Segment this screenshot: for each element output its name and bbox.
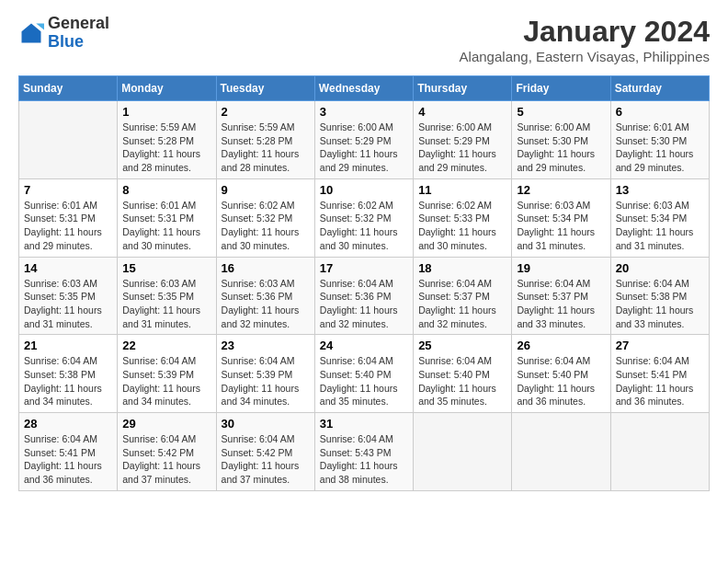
calendar-header-row: SundayMondayTuesdayWednesdayThursdayFrid… — [19, 76, 710, 101]
day-number: 15 — [122, 261, 210, 275]
day-number: 9 — [222, 183, 310, 197]
calendar-cell — [512, 413, 610, 491]
calendar-cell: 26Sunrise: 6:04 AM Sunset: 5:40 PM Dayli… — [512, 335, 610, 413]
day-info: Sunrise: 6:03 AM Sunset: 5:36 PM Dayligh… — [222, 277, 310, 331]
day-info: Sunrise: 6:03 AM Sunset: 5:34 PM Dayligh… — [616, 199, 704, 253]
day-info: Sunrise: 6:02 AM Sunset: 5:33 PM Dayligh… — [418, 199, 506, 253]
header-sunday: Sunday — [19, 76, 118, 101]
logo-text: General Blue — [48, 15, 109, 52]
day-number: 30 — [222, 417, 310, 431]
calendar-cell: 24Sunrise: 6:04 AM Sunset: 5:40 PM Dayli… — [314, 335, 413, 413]
day-info: Sunrise: 6:04 AM Sunset: 5:38 PM Dayligh… — [24, 354, 112, 408]
calendar-cell: 29Sunrise: 6:04 AM Sunset: 5:42 PM Dayli… — [118, 413, 216, 491]
day-number: 22 — [122, 339, 210, 352]
day-info: Sunrise: 6:04 AM Sunset: 5:39 PM Dayligh… — [222, 354, 310, 408]
day-number: 19 — [517, 261, 605, 275]
day-number: 31 — [320, 417, 408, 431]
day-number: 28 — [24, 417, 112, 431]
day-number: 20 — [616, 261, 704, 275]
day-number: 12 — [517, 183, 605, 197]
calendar-cell: 5Sunrise: 6:00 AM Sunset: 5:30 PM Daylig… — [512, 101, 610, 179]
day-info: Sunrise: 6:02 AM Sunset: 5:32 PM Dayligh… — [222, 199, 310, 253]
day-info: Sunrise: 6:01 AM Sunset: 5:30 PM Dayligh… — [616, 121, 704, 175]
day-info: Sunrise: 6:04 AM Sunset: 5:38 PM Dayligh… — [616, 277, 704, 331]
day-number: 4 — [418, 105, 506, 119]
day-number: 23 — [222, 339, 310, 352]
calendar-cell: 15Sunrise: 6:03 AM Sunset: 5:35 PM Dayli… — [118, 257, 216, 335]
day-number: 29 — [122, 417, 210, 431]
header-thursday: Thursday — [414, 76, 512, 101]
week-row-4: 21Sunrise: 6:04 AM Sunset: 5:38 PM Dayli… — [19, 335, 710, 413]
calendar-cell: 13Sunrise: 6:03 AM Sunset: 5:34 PM Dayli… — [610, 178, 709, 257]
calendar-cell: 27Sunrise: 6:04 AM Sunset: 5:41 PM Dayli… — [610, 335, 709, 413]
day-info: Sunrise: 6:01 AM Sunset: 5:31 PM Dayligh… — [24, 199, 112, 253]
day-number: 27 — [616, 339, 704, 352]
day-info: Sunrise: 6:04 AM Sunset: 5:42 PM Dayligh… — [222, 432, 310, 487]
calendar-cell: 19Sunrise: 6:04 AM Sunset: 5:37 PM Dayli… — [512, 257, 610, 335]
day-number: 14 — [24, 261, 112, 275]
day-number: 11 — [418, 183, 506, 197]
logo-icon — [18, 20, 44, 46]
calendar-cell: 23Sunrise: 6:04 AM Sunset: 5:39 PM Dayli… — [216, 335, 314, 413]
day-info: Sunrise: 6:04 AM Sunset: 5:37 PM Dayligh… — [418, 277, 506, 331]
day-info: Sunrise: 6:00 AM Sunset: 5:29 PM Dayligh… — [320, 121, 408, 175]
day-number: 25 — [418, 339, 506, 352]
calendar-cell: 8Sunrise: 6:01 AM Sunset: 5:31 PM Daylig… — [118, 178, 216, 257]
calendar-cell: 17Sunrise: 6:04 AM Sunset: 5:36 PM Dayli… — [314, 257, 413, 335]
calendar-cell — [414, 413, 512, 491]
calendar-cell: 2Sunrise: 5:59 AM Sunset: 5:28 PM Daylig… — [216, 101, 314, 179]
day-info: Sunrise: 6:03 AM Sunset: 5:35 PM Dayligh… — [24, 277, 112, 331]
day-info: Sunrise: 6:00 AM Sunset: 5:29 PM Dayligh… — [418, 121, 506, 175]
calendar-cell: 7Sunrise: 6:01 AM Sunset: 5:31 PM Daylig… — [19, 178, 118, 257]
calendar-cell: 21Sunrise: 6:04 AM Sunset: 5:38 PM Dayli… — [19, 335, 118, 413]
day-info: Sunrise: 6:04 AM Sunset: 5:43 PM Dayligh… — [320, 432, 408, 487]
day-number: 3 — [320, 105, 408, 119]
calendar-cell: 4Sunrise: 6:00 AM Sunset: 5:29 PM Daylig… — [414, 101, 512, 179]
location-title: Alangalang, Eastern Visayas, Philippines — [460, 49, 710, 64]
day-number: 26 — [517, 339, 605, 352]
logo: General Blue — [18, 15, 109, 52]
header-monday: Monday — [118, 76, 216, 101]
day-number: 7 — [24, 183, 112, 197]
calendar-cell: 9Sunrise: 6:02 AM Sunset: 5:32 PM Daylig… — [216, 178, 314, 257]
week-row-2: 7Sunrise: 6:01 AM Sunset: 5:31 PM Daylig… — [19, 178, 710, 257]
week-row-5: 28Sunrise: 6:04 AM Sunset: 5:41 PM Dayli… — [19, 413, 710, 491]
day-info: Sunrise: 6:00 AM Sunset: 5:30 PM Dayligh… — [517, 121, 605, 175]
calendar-cell: 6Sunrise: 6:01 AM Sunset: 5:30 PM Daylig… — [610, 101, 709, 179]
day-number: 18 — [418, 261, 506, 275]
calendar-cell: 28Sunrise: 6:04 AM Sunset: 5:41 PM Dayli… — [19, 413, 118, 491]
header-wednesday: Wednesday — [314, 76, 413, 101]
day-number: 13 — [616, 183, 704, 197]
day-info: Sunrise: 6:02 AM Sunset: 5:32 PM Dayligh… — [320, 199, 408, 253]
calendar-cell: 30Sunrise: 6:04 AM Sunset: 5:42 PM Dayli… — [216, 413, 314, 491]
header-saturday: Saturday — [610, 76, 709, 101]
header-tuesday: Tuesday — [216, 76, 314, 101]
day-number: 21 — [24, 339, 112, 352]
calendar-cell: 20Sunrise: 6:04 AM Sunset: 5:38 PM Dayli… — [610, 257, 709, 335]
day-info: Sunrise: 6:01 AM Sunset: 5:31 PM Dayligh… — [122, 199, 210, 253]
calendar-cell: 25Sunrise: 6:04 AM Sunset: 5:40 PM Dayli… — [414, 335, 512, 413]
day-number: 5 — [517, 105, 605, 119]
calendar-cell — [19, 101, 118, 179]
day-number: 24 — [320, 339, 408, 352]
day-number: 17 — [320, 261, 408, 275]
header-friday: Friday — [512, 76, 610, 101]
week-row-3: 14Sunrise: 6:03 AM Sunset: 5:35 PM Dayli… — [19, 257, 710, 335]
calendar-cell: 18Sunrise: 6:04 AM Sunset: 5:37 PM Dayli… — [414, 257, 512, 335]
calendar-cell: 11Sunrise: 6:02 AM Sunset: 5:33 PM Dayli… — [414, 178, 512, 257]
calendar-cell: 10Sunrise: 6:02 AM Sunset: 5:32 PM Dayli… — [314, 178, 413, 257]
week-row-1: 1Sunrise: 5:59 AM Sunset: 5:28 PM Daylig… — [19, 101, 710, 179]
day-info: Sunrise: 6:04 AM Sunset: 5:40 PM Dayligh… — [320, 354, 408, 408]
day-info: Sunrise: 6:04 AM Sunset: 5:36 PM Dayligh… — [320, 277, 408, 331]
month-title: January 2024 — [460, 15, 710, 49]
calendar-cell: 12Sunrise: 6:03 AM Sunset: 5:34 PM Dayli… — [512, 178, 610, 257]
calendar-cell: 22Sunrise: 6:04 AM Sunset: 5:39 PM Dayli… — [118, 335, 216, 413]
calendar-cell: 1Sunrise: 5:59 AM Sunset: 5:28 PM Daylig… — [118, 101, 216, 179]
day-info: Sunrise: 6:03 AM Sunset: 5:34 PM Dayligh… — [517, 199, 605, 253]
day-number: 1 — [122, 105, 210, 119]
day-info: Sunrise: 6:04 AM Sunset: 5:40 PM Dayligh… — [517, 354, 605, 408]
calendar-cell: 16Sunrise: 6:03 AM Sunset: 5:36 PM Dayli… — [216, 257, 314, 335]
day-number: 8 — [122, 183, 210, 197]
calendar-cell: 31Sunrise: 6:04 AM Sunset: 5:43 PM Dayli… — [314, 413, 413, 491]
logo-general: General — [48, 15, 109, 33]
